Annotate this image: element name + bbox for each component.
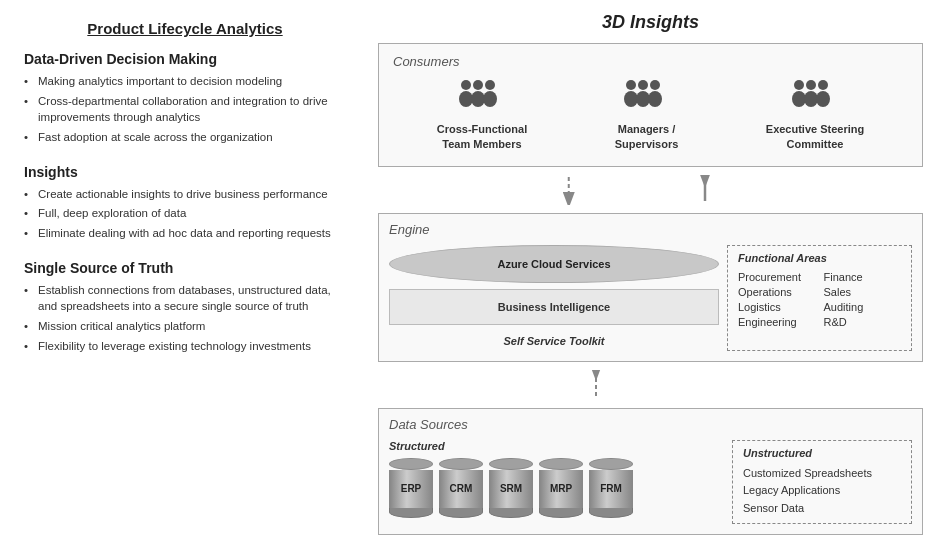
engine-inner: Azure Cloud Services Business Intelligen… — [389, 245, 912, 351]
svg-point-17 — [816, 91, 830, 107]
bi-rect: Business Intelligence — [389, 289, 719, 325]
unstructured-item-1: Legacy Applications — [743, 482, 901, 500]
svg-point-6 — [626, 80, 636, 90]
functional-item-0: Procurement — [738, 270, 816, 284]
cylinder-erp: ERP — [389, 458, 433, 518]
bullet-item: Flexibility to leverage existing technol… — [24, 338, 346, 355]
unstructured-section: Unstructured Customized Spreadsheets Leg… — [732, 440, 912, 525]
bullet-item: Mission critical analytics platform — [24, 318, 346, 335]
structured-section: Structured ERP CRM SRM — [389, 440, 722, 525]
bullet-item: Making analytics important to decision m… — [24, 73, 346, 90]
bullet-item: Establish connections from databases, un… — [24, 282, 346, 315]
section2-heading: Insights — [24, 164, 346, 180]
people-icon-1 — [623, 77, 671, 116]
bullet-item: Full, deep exploration of data — [24, 205, 346, 222]
consumer-item-2: Executive SteeringCommittee — [766, 77, 864, 152]
bullet-item: Eliminate dealing with ad hoc data and r… — [24, 225, 346, 242]
consumer-item-0: Cross-FunctionalTeam Members — [437, 77, 527, 152]
datasources-box: Data Sources Structured ERP CRM — [378, 408, 923, 536]
functional-item-4: Logistics — [738, 300, 816, 314]
svg-point-14 — [806, 80, 816, 90]
consumers-box: Consumers Cross-FunctionalTeam Members — [378, 43, 923, 167]
svg-point-8 — [638, 80, 648, 90]
cyl-body-mrp: MRP — [539, 470, 583, 508]
people-icon-2 — [791, 77, 839, 116]
cylinder-mrp: MRP — [539, 458, 583, 518]
cyl-body-frm: FRM — [589, 470, 633, 508]
right-panel: 3D Insights Consumers Cross-Functional — [370, 0, 939, 543]
cylinder-srm: SRM — [489, 458, 533, 518]
unstructured-item-2: Sensor Data — [743, 500, 901, 518]
svg-point-7 — [624, 91, 638, 107]
svg-point-11 — [648, 91, 662, 107]
people-icon-0 — [458, 77, 506, 116]
cyl-bottom-crm — [439, 508, 483, 518]
section3-bullets: Establish connections from databases, un… — [24, 282, 346, 355]
consumer-item-1: Managers /Supervisors — [615, 77, 679, 152]
consumer-label-2: Executive SteeringCommittee — [766, 122, 864, 152]
cylinder-crm: CRM — [439, 458, 483, 518]
unstructured-items: Customized Spreadsheets Legacy Applicati… — [743, 465, 901, 518]
azure-oval: Azure Cloud Services — [389, 245, 719, 283]
svg-point-10 — [650, 80, 660, 90]
structured-heading: Structured — [389, 440, 722, 452]
cyl-body-crm: CRM — [439, 470, 483, 508]
functional-item-6: Engineering — [738, 315, 816, 329]
cyl-body-srm: SRM — [489, 470, 533, 508]
engine-box: Engine Azure Cloud Services Business Int… — [378, 213, 923, 362]
cyl-bottom-frm — [589, 508, 633, 518]
main-title: 3D Insights — [378, 12, 923, 33]
consumers-row: Cross-FunctionalTeam Members Managers /S… — [393, 77, 908, 152]
functional-item-1: Finance — [824, 270, 902, 284]
inter-arrows-bottom — [378, 370, 923, 400]
functional-item-3: Sales — [824, 285, 902, 299]
engine-label: Engine — [389, 222, 912, 237]
bullet-item: Cross-departmental collaboration and int… — [24, 93, 346, 126]
svg-point-5 — [483, 91, 497, 107]
consumers-label: Consumers — [393, 54, 908, 69]
inter-arrows-top — [378, 175, 923, 205]
cyl-top-srm — [489, 458, 533, 470]
cyl-top-mrp — [539, 458, 583, 470]
svg-point-16 — [818, 80, 828, 90]
bullet-item: Create actionable insights to drive busi… — [24, 186, 346, 203]
svg-point-0 — [461, 80, 471, 90]
functional-item-5: Auditing — [824, 300, 902, 314]
db-cylinders: ERP CRM SRM MRP — [389, 458, 722, 518]
section1-heading: Data-Driven Decision Making — [24, 51, 346, 67]
section2-bullets: Create actionable insights to drive busi… — [24, 186, 346, 242]
left-panel: Product Lifecycle Analytics Data-Driven … — [0, 0, 370, 543]
functional-item-2: Operations — [738, 285, 816, 299]
cyl-top-crm — [439, 458, 483, 470]
arrows-svg-bottom — [378, 370, 923, 400]
section3-heading: Single Source of Truth — [24, 260, 346, 276]
svg-point-1 — [459, 91, 473, 107]
svg-point-13 — [792, 91, 806, 107]
datasources-label: Data Sources — [389, 417, 912, 432]
cyl-bottom-erp — [389, 508, 433, 518]
functional-grid: Procurement Finance Operations Sales Log… — [738, 270, 901, 329]
unstructured-heading: Unstructured — [743, 447, 901, 459]
cyl-bottom-mrp — [539, 508, 583, 518]
cyl-bottom-srm — [489, 508, 533, 518]
svg-point-2 — [473, 80, 483, 90]
cyl-body-erp: ERP — [389, 470, 433, 508]
svg-point-3 — [471, 91, 485, 107]
arrows-svg-top — [378, 175, 923, 205]
svg-point-15 — [804, 91, 818, 107]
functional-item-7: R&D — [824, 315, 902, 329]
cyl-top-frm — [589, 458, 633, 470]
sst-label: Self Service Toolkit — [389, 331, 719, 351]
cyl-top-erp — [389, 458, 433, 470]
functional-title: Functional Areas — [738, 252, 901, 264]
svg-point-4 — [485, 80, 495, 90]
section1-bullets: Making analytics important to decision m… — [24, 73, 346, 146]
left-title: Product Lifecycle Analytics — [24, 20, 346, 37]
consumer-label-1: Managers /Supervisors — [615, 122, 679, 152]
datasources-inner: Structured ERP CRM SRM — [389, 440, 912, 525]
svg-point-9 — [636, 91, 650, 107]
functional-areas: Functional Areas Procurement Finance Ope… — [727, 245, 912, 351]
consumer-label-0: Cross-FunctionalTeam Members — [437, 122, 527, 152]
engine-left: Azure Cloud Services Business Intelligen… — [389, 245, 719, 351]
cylinder-frm: FRM — [589, 458, 633, 518]
